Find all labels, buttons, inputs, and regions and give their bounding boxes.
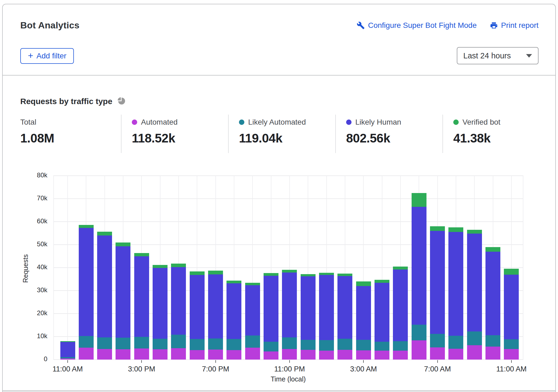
segment-likely-human — [264, 276, 278, 342]
bar-2-00-pm[interactable] — [116, 242, 130, 360]
time-range-select[interactable]: Last 24 hours — [457, 47, 539, 64]
bar-4-00-am[interactable] — [375, 280, 389, 360]
bar-4-00-pm[interactable] — [153, 265, 168, 360]
bar-1-00-pm[interactable] — [97, 232, 112, 360]
segment-verified-bot — [467, 230, 482, 234]
segment-verified-bot — [301, 274, 316, 276]
bar-11-00-pm[interactable] — [282, 270, 297, 360]
stat-verified-bot: Verified bot41.38k — [453, 118, 500, 145]
bar-11-00-am[interactable] — [60, 341, 75, 360]
segment-likely-automated — [356, 340, 371, 350]
segment-likely-human — [375, 283, 389, 342]
requests-bar-chart — [53, 176, 523, 360]
bar-11-00-am[interactable] — [504, 269, 519, 360]
segment-likely-automated — [282, 337, 297, 349]
stat-value: 802.56k — [346, 131, 401, 145]
bar-8-00-am[interactable] — [448, 227, 463, 360]
segment-verified-bot — [116, 242, 130, 246]
bar-10-00-pm[interactable] — [264, 273, 278, 360]
segment-likely-human — [319, 275, 334, 340]
stat-label: Total — [20, 118, 36, 127]
bar-6-00-am[interactable] — [412, 193, 426, 360]
v-gridline — [53, 176, 54, 360]
x-tick-label: 11:00 PM — [260, 365, 319, 373]
section-title-text: Requests by traffic type — [20, 97, 112, 106]
chevron-down-icon — [526, 54, 532, 58]
segment-likely-automated — [97, 337, 112, 349]
add-filter-label: Add filter — [37, 52, 67, 60]
bar-10-00-am[interactable] — [485, 247, 500, 360]
stat-divider — [121, 115, 122, 153]
header-actions: Configure Super Bot Fight Mode Print rep… — [357, 21, 539, 30]
segment-automated — [171, 348, 186, 360]
bar-6-00-pm[interactable] — [190, 271, 205, 360]
segment-automated — [375, 351, 389, 360]
bar-5-00-am[interactable] — [393, 267, 408, 360]
segment-automated — [116, 349, 130, 360]
segment-verified-bot — [79, 225, 94, 228]
pie-chart-icon — [117, 96, 126, 107]
segment-automated — [153, 349, 168, 360]
segment-verified-bot — [504, 269, 519, 274]
segment-likely-automated — [337, 339, 352, 350]
v-gridline — [67, 176, 68, 360]
configure-super-bot-fight-mode-link[interactable]: Configure Super Bot Fight Mode — [357, 21, 477, 30]
x-tick — [437, 360, 438, 363]
add-filter-button[interactable]: + Add filter — [20, 48, 74, 64]
x-tick — [67, 360, 68, 363]
segment-automated — [393, 351, 408, 360]
bar-1-00-am[interactable] — [319, 273, 334, 360]
segment-likely-automated — [208, 338, 223, 350]
segment-likely-automated — [467, 331, 482, 345]
bar-2-00-am[interactable] — [337, 274, 352, 360]
segment-automated — [79, 348, 94, 360]
x-tick-label: 3:00 PM — [112, 365, 171, 373]
segment-likely-automated — [448, 336, 463, 349]
stat-value: 119.04k — [239, 131, 306, 145]
bar-7-00-pm[interactable] — [208, 271, 223, 360]
legend-dot — [239, 119, 244, 125]
segment-likely-human — [448, 232, 463, 336]
bar-5-00-pm[interactable] — [171, 264, 186, 360]
print-report-label: Print report — [501, 21, 539, 30]
stat-divider — [442, 115, 443, 153]
segment-likely-human — [504, 275, 519, 340]
segment-likely-automated — [301, 340, 316, 350]
x-tick — [511, 360, 512, 363]
bar-12-00-pm[interactable] — [79, 225, 94, 360]
segment-likely-human — [60, 342, 75, 357]
segment-automated — [448, 349, 463, 360]
segment-likely-human — [430, 231, 445, 334]
stat-value: 118.52k — [132, 131, 178, 145]
segment-likely-automated — [153, 339, 168, 349]
bar-7-00-am[interactable] — [430, 226, 445, 360]
segment-likely-human — [356, 286, 371, 340]
segment-likely-automated — [319, 340, 334, 351]
bar-3-00-pm[interactable] — [134, 253, 149, 360]
segment-likely-human — [227, 283, 241, 339]
bar-9-00-pm[interactable] — [245, 283, 260, 360]
v-gridline — [523, 176, 523, 360]
segment-likely-human — [153, 268, 168, 339]
segment-verified-bot — [245, 283, 260, 285]
segment-verified-bot — [412, 193, 426, 207]
segment-likely-automated — [412, 325, 426, 340]
y-tick-label: 60k — [15, 217, 47, 225]
segment-automated — [282, 349, 297, 360]
h-gridline — [53, 221, 523, 222]
segment-likely-human — [171, 267, 186, 335]
bar-3-00-am[interactable] — [356, 281, 371, 360]
segment-likely-human — [190, 275, 205, 339]
h-gridline — [53, 175, 523, 176]
bar-12-00-am[interactable] — [301, 274, 316, 360]
x-tick-label: 11:00 AM — [38, 365, 97, 373]
stat-label: Likely Human — [355, 118, 401, 127]
segment-likely-human — [208, 274, 223, 338]
segment-verified-bot — [393, 267, 408, 270]
print-report-link[interactable]: Print report — [490, 21, 539, 30]
segment-verified-bot — [208, 271, 223, 274]
bar-9-00-am[interactable] — [467, 230, 482, 360]
x-tick-label: 7:00 AM — [408, 365, 467, 373]
stat-value: 41.38k — [453, 131, 500, 145]
bar-8-00-pm[interactable] — [227, 281, 241, 360]
